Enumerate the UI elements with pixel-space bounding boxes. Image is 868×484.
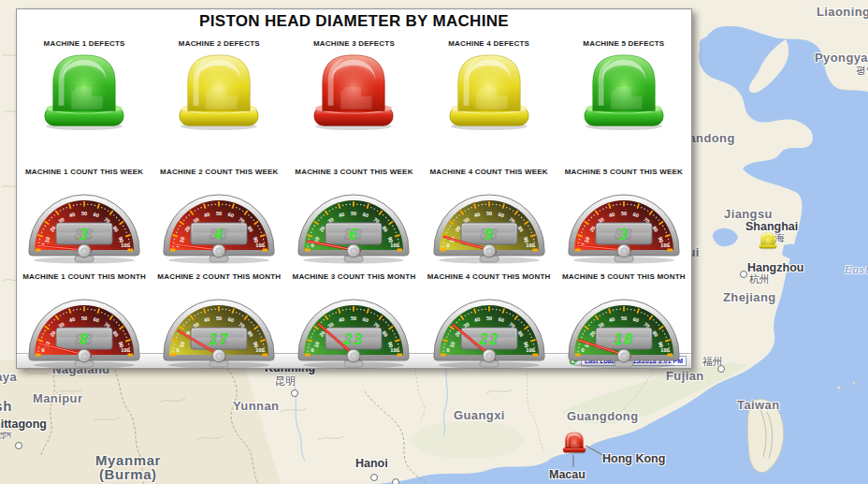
svg-text:6: 6 bbox=[349, 226, 359, 243]
week-gauges-row: MACHINE 1 COUNT THIS WEEK 01020304050607… bbox=[17, 168, 691, 265]
week-gauge-label: MACHINE 1 COUNT THIS WEEK bbox=[25, 168, 143, 176]
week-gauge-machine-3: MACHINE 3 COUNT THIS WEEK 01020304050607… bbox=[286, 168, 421, 265]
svg-text:4: 4 bbox=[214, 226, 224, 243]
week-gauge-machine-4: MACHINE 4 COUNT THIS WEEK 01020304050607… bbox=[422, 168, 557, 265]
week-gauge-label: MACHINE 3 COUNT THIS WEEK bbox=[295, 168, 412, 176]
svg-text:100: 100 bbox=[391, 347, 399, 353]
defect-light-label: MACHINE 4 DEFECTS bbox=[448, 39, 529, 48]
defect-light-machine-3: MACHINE 3 DEFECTS bbox=[286, 39, 421, 131]
gauge-red: 0102030405060708090100 88 4 bbox=[160, 181, 278, 265]
svg-text:50: 50 bbox=[216, 315, 222, 321]
svg-text:50: 50 bbox=[621, 315, 627, 321]
gauge-red: 0102030405060708090100 88 3 bbox=[25, 181, 143, 265]
month-gauge-label: MACHINE 1 COUNT THIS MONTH bbox=[22, 272, 146, 281]
month-gauge-machine-3: MACHINE 3 COUNT THIS MONTH 0102030405060… bbox=[286, 272, 421, 370]
svg-text:0: 0 bbox=[446, 242, 449, 248]
svg-text:0: 0 bbox=[177, 347, 180, 353]
svg-text:100: 100 bbox=[660, 347, 669, 353]
led-indicator-green bbox=[578, 52, 670, 131]
month-gauge-machine-1: MACHINE 1 COUNT THIS MONTH 0102030405060… bbox=[17, 272, 152, 370]
svg-text:100: 100 bbox=[256, 347, 265, 353]
gauge-green: 0102030405060708090100 88 6 bbox=[295, 181, 412, 265]
svg-text:50: 50 bbox=[621, 211, 627, 216]
svg-text:10: 10 bbox=[614, 330, 633, 348]
defect-light-machine-2: MACHINE 2 DEFECTS bbox=[152, 39, 286, 131]
week-gauge-machine-5: MACHINE 5 COUNT THIS WEEK 01020304050607… bbox=[557, 168, 691, 265]
defect-light-machine-1: MACHINE 1 DEFECTS bbox=[17, 39, 152, 131]
svg-text:0: 0 bbox=[446, 347, 449, 353]
svg-text:50: 50 bbox=[486, 315, 492, 321]
month-gauge-machine-4: MACHINE 4 COUNT THIS MONTH 0102030405060… bbox=[422, 272, 557, 370]
gauge-green: 0102030405060708090100 88 23 bbox=[295, 286, 412, 370]
led-indicator-yellow bbox=[443, 52, 535, 131]
led-indicator-green bbox=[38, 52, 130, 131]
gauge-yellow: 0102030405060708090100 88 9 bbox=[430, 181, 548, 265]
svg-text:17: 17 bbox=[210, 330, 229, 348]
svg-text:0: 0 bbox=[581, 347, 584, 353]
defect-light-label: MACHINE 2 DEFECTS bbox=[179, 39, 260, 48]
gauge-red: 0102030405060708090100 88 8 bbox=[25, 286, 143, 370]
svg-text:22: 22 bbox=[478, 330, 499, 348]
week-gauge-machine-2: MACHINE 2 COUNT THIS WEEK 01020304050607… bbox=[152, 168, 286, 265]
week-gauge-label: MACHINE 5 COUNT THIS WEEK bbox=[565, 168, 683, 176]
week-gauge-label: MACHINE 2 COUNT THIS WEEK bbox=[160, 168, 278, 176]
led-indicator-red bbox=[308, 52, 399, 131]
defect-light-machine-4: MACHINE 4 DEFECTS bbox=[422, 39, 557, 131]
month-gauge-label: MACHINE 4 COUNT THIS MONTH bbox=[427, 272, 551, 281]
svg-text:50: 50 bbox=[81, 211, 87, 216]
dashboard-panel: PISTON HEAD DIAMETER BY MACHINE MACHINE … bbox=[16, 8, 692, 369]
month-gauge-label: MACHINE 5 COUNT THIS MONTH bbox=[562, 272, 686, 281]
svg-text:23: 23 bbox=[343, 330, 364, 348]
defect-light-machine-5: MACHINE 5 DEFECTS bbox=[557, 39, 691, 131]
page-title: PISTON HEAD DIAMETER BY MACHINE bbox=[17, 12, 691, 31]
svg-text:0: 0 bbox=[311, 347, 314, 353]
svg-text:100: 100 bbox=[256, 242, 265, 248]
svg-text:100: 100 bbox=[121, 242, 129, 248]
svg-text:0: 0 bbox=[42, 347, 45, 353]
defect-light-label: MACHINE 1 DEFECTS bbox=[44, 39, 125, 48]
svg-text:100: 100 bbox=[660, 242, 669, 248]
month-gauges-row: MACHINE 1 COUNT THIS MONTH 0102030405060… bbox=[17, 272, 691, 370]
svg-text:8: 8 bbox=[80, 330, 90, 348]
defect-light-label: MACHINE 5 DEFECTS bbox=[583, 39, 664, 48]
svg-text:3: 3 bbox=[618, 226, 629, 243]
svg-text:50: 50 bbox=[216, 211, 222, 216]
svg-text:100: 100 bbox=[391, 242, 399, 248]
svg-text:100: 100 bbox=[526, 347, 534, 353]
svg-text:50: 50 bbox=[81, 315, 87, 321]
svg-text:9: 9 bbox=[484, 226, 494, 243]
svg-text:50: 50 bbox=[486, 211, 492, 216]
gauge-yellow: 0102030405060708090100 88 17 bbox=[160, 286, 278, 370]
screenshot-root: LiaoningPyongyang평양ShandongJiangsuShangh… bbox=[0, 0, 868, 484]
led-indicator-yellow bbox=[173, 52, 265, 131]
month-gauge-machine-5: MACHINE 5 COUNT THIS MONTH 0102030405060… bbox=[557, 272, 691, 370]
gauge-green: 0102030405060708090100 88 10 bbox=[565, 286, 683, 370]
svg-text:50: 50 bbox=[351, 315, 356, 321]
svg-text:3: 3 bbox=[79, 226, 90, 243]
month-gauge-label: MACHINE 2 COUNT THIS MONTH bbox=[157, 272, 281, 281]
defect-lights-row: MACHINE 1 DEFECTS MACHINE 2 DEFECTS MACH… bbox=[17, 39, 691, 131]
svg-text:100: 100 bbox=[526, 242, 534, 248]
week-gauge-label: MACHINE 4 COUNT THIS WEEK bbox=[429, 168, 547, 176]
svg-text:50: 50 bbox=[351, 211, 356, 216]
week-gauge-machine-1: MACHINE 1 COUNT THIS WEEK 01020304050607… bbox=[17, 168, 152, 265]
gauge-red: 0102030405060708090100 88 3 bbox=[565, 181, 683, 265]
svg-text:100: 100 bbox=[121, 347, 129, 353]
gauge-green: 0102030405060708090100 88 22 bbox=[430, 286, 548, 370]
defect-light-label: MACHINE 3 DEFECTS bbox=[313, 39, 395, 48]
month-gauge-label: MACHINE 3 COUNT THIS MONTH bbox=[293, 272, 416, 281]
month-gauge-machine-2: MACHINE 2 COUNT THIS MONTH 0102030405060… bbox=[152, 272, 286, 370]
